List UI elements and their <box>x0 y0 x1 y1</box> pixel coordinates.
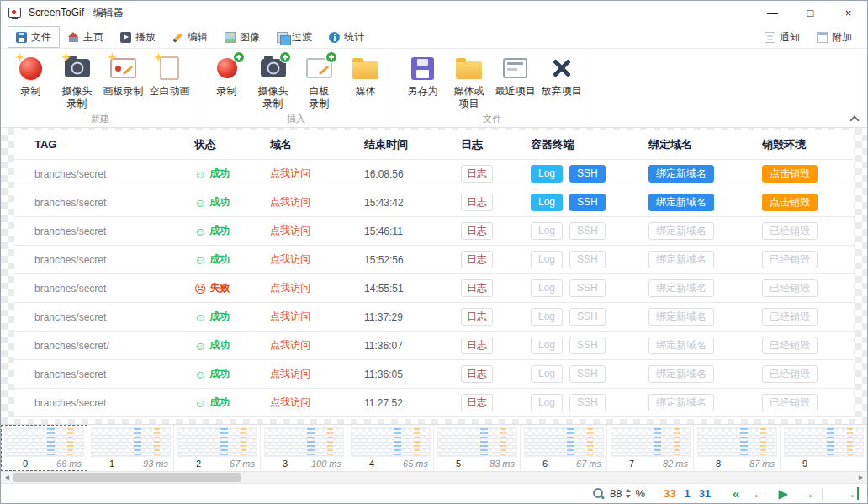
domain-link[interactable]: 点我访问 <box>270 167 364 181</box>
bind-domain-button[interactable]: 绑定新域名 <box>648 222 714 241</box>
destroy-button[interactable]: 已经销毁 <box>762 337 818 355</box>
tab-home[interactable]: 主页 <box>60 26 112 48</box>
tab-transitions[interactable]: 过渡 <box>268 26 320 48</box>
tab-image[interactable]: 图像 <box>216 26 268 48</box>
domain-link[interactable]: 点我访问 <box>270 224 364 238</box>
log-button[interactable]: 日志 <box>461 251 493 269</box>
log-button[interactable]: 日志 <box>461 394 493 412</box>
bind-domain-button[interactable]: 绑定新域名 <box>648 365 714 384</box>
terminal-ssh-button[interactable]: SSH <box>569 337 606 355</box>
ribbon-collapse-button[interactable] <box>850 114 860 123</box>
terminal-log-button[interactable]: Log <box>531 222 563 241</box>
log-button[interactable]: 日志 <box>461 365 493 384</box>
domain-link[interactable]: 点我访问 <box>270 252 364 267</box>
timeline-frame[interactable]: 9 <box>781 425 867 471</box>
log-button[interactable]: 日志 <box>461 194 493 212</box>
destroy-button[interactable]: 已经销毁 <box>762 279 818 298</box>
bind-domain-button[interactable]: 绑定新域名 <box>648 251 714 269</box>
timeline-frame[interactable]: 193 ms <box>87 425 174 471</box>
destroy-button[interactable]: 已经销毁 <box>762 308 818 326</box>
insert-webcam-button[interactable]: 摄像头 录制 <box>250 51 296 113</box>
close-button[interactable]: × <box>829 1 867 24</box>
tab-attach[interactable]: 附加 <box>808 26 860 48</box>
destroy-button[interactable]: 点击销毁 <box>762 165 818 183</box>
bind-domain-button[interactable]: 绑定新域名 <box>648 308 714 326</box>
timeline-frame[interactable]: 887 ms <box>694 425 781 471</box>
terminal-ssh-button[interactable]: SSH <box>569 365 606 384</box>
timeline-frame[interactable]: 3100 ms <box>261 425 347 471</box>
terminal-log-button[interactable]: Log <box>531 365 563 384</box>
destroy-button[interactable]: 点击销毁 <box>762 194 818 212</box>
log-button[interactable]: 日志 <box>461 165 493 183</box>
terminal-ssh-button[interactable]: SSH <box>569 394 606 412</box>
save-as-button[interactable]: 另存为 <box>400 51 446 113</box>
tab-statistics[interactable]: 统计 <box>320 26 373 48</box>
nav-first-button[interactable]: « <box>733 487 738 500</box>
domain-link[interactable]: 点我访问 <box>270 367 364 381</box>
log-button[interactable]: 日志 <box>461 337 493 355</box>
record-button[interactable]: 录制 <box>8 51 54 113</box>
tab-playback[interactable]: 播放 <box>112 26 164 48</box>
nav-last-button[interactable]: → <box>844 487 859 500</box>
maximize-button[interactable]: □ <box>791 1 829 24</box>
timeline-frame[interactable]: 267 ms <box>174 425 261 471</box>
domain-link[interactable]: 点我访问 <box>270 195 364 210</box>
nav-previous-button[interactable]: ← <box>752 487 765 500</box>
insert-whiteboard-button[interactable]: 白板 录制 <box>296 51 342 113</box>
discard-project-button[interactable]: 放弃项目 <box>538 51 585 113</box>
nav-next-button[interactable]: → <box>802 487 814 500</box>
timeline-frame[interactable]: 066 ms <box>1 425 87 471</box>
nav-play-button[interactable]: ▶ <box>778 487 788 500</box>
terminal-log-button[interactable]: Log <box>531 279 563 298</box>
terminal-ssh-button[interactable]: SSH <box>569 222 606 241</box>
bind-domain-button[interactable]: 绑定新域名 <box>648 165 714 183</box>
destroy-button[interactable]: 已经销毁 <box>762 222 818 241</box>
terminal-ssh-button[interactable]: SSH <box>569 251 606 269</box>
minimize-button[interactable]: — <box>754 1 791 24</box>
board-record-button[interactable]: 画板录制 <box>100 51 146 113</box>
timeline-frame[interactable]: 465 ms <box>347 425 434 471</box>
terminal-log-button[interactable]: Log <box>531 308 563 326</box>
destroy-button[interactable]: 已经销毁 <box>762 365 818 384</box>
domain-link[interactable]: 点我访问 <box>270 281 364 295</box>
domain-link[interactable]: 点我访问 <box>270 310 364 324</box>
tab-notifications[interactable]: 通知 <box>756 26 808 48</box>
scrollbar-thumb[interactable] <box>13 473 241 482</box>
recent-projects-button[interactable]: 最近项目 <box>492 51 538 113</box>
terminal-log-button[interactable]: Log <box>531 337 563 355</box>
bind-domain-button[interactable]: 绑定新域名 <box>648 194 714 212</box>
log-button[interactable]: 日志 <box>461 279 493 298</box>
zoom-stepper[interactable] <box>626 489 631 498</box>
domain-link[interactable]: 点我访问 <box>270 338 364 353</box>
blank-animation-button[interactable]: 空白动画 <box>146 51 193 113</box>
scroll-right-icon[interactable]: ► <box>855 474 867 481</box>
terminal-log-button[interactable]: Log <box>531 394 563 412</box>
destroy-button[interactable]: 已经销毁 <box>762 394 818 412</box>
terminal-log-button[interactable]: Log <box>531 194 563 212</box>
log-button[interactable]: 日志 <box>461 308 493 326</box>
insert-record-button[interactable]: 录制 <box>204 51 250 113</box>
terminal-log-button[interactable]: Log <box>531 165 563 183</box>
terminal-ssh-button[interactable]: SSH <box>569 308 606 326</box>
timeline-frame[interactable]: 782 ms <box>607 425 694 471</box>
terminal-ssh-button[interactable]: SSH <box>569 194 606 212</box>
webcam-record-button[interactable]: 摄像头 录制 <box>54 51 100 113</box>
insert-media-button[interactable]: 媒体 <box>342 51 389 113</box>
domain-link[interactable]: 点我访问 <box>270 395 364 410</box>
timeline-frame[interactable]: 583 ms <box>434 425 521 471</box>
timeline-scrollbar[interactable]: ◄ ► <box>1 471 867 483</box>
bind-domain-button[interactable]: 绑定新域名 <box>648 394 714 412</box>
bind-domain-button[interactable]: 绑定新域名 <box>648 279 714 298</box>
log-button[interactable]: 日志 <box>461 222 493 241</box>
timeline-frame[interactable]: 667 ms <box>521 425 607 471</box>
tab-edit[interactable]: 编辑 <box>164 26 216 48</box>
terminal-ssh-button[interactable]: SSH <box>569 165 606 183</box>
terminal-ssh-button[interactable]: SSH <box>569 279 606 298</box>
scroll-left-icon[interactable]: ◄ <box>1 474 13 481</box>
media-or-project-button[interactable]: 媒体或 项目 <box>446 51 492 113</box>
tab-file[interactable]: 文件 <box>8 26 60 48</box>
destroy-button[interactable]: 已经销毁 <box>762 251 818 269</box>
bind-domain-button[interactable]: 绑定新域名 <box>648 337 714 355</box>
zoom-increase-icon[interactable] <box>626 489 631 492</box>
terminal-log-button[interactable]: Log <box>531 251 563 269</box>
